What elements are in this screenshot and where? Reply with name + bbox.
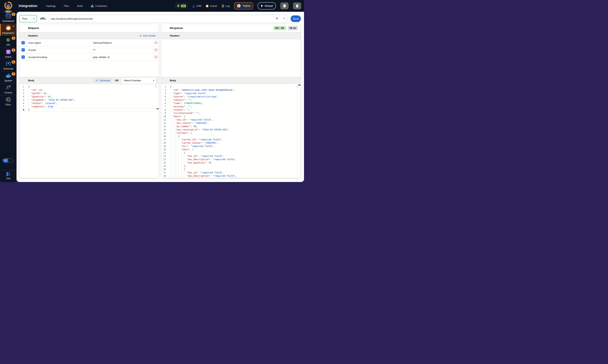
header-checkbox[interactable]: ✓ [22,48,25,52]
plus-icon: + [140,34,141,37]
gear-icon [177,4,180,7]
header-value[interactable]: TalismanPlatform [91,39,153,46]
header-value[interactable]: */* [91,46,153,53]
response-headers-bar: Headers [161,32,301,39]
docs-icon [0,97,16,102]
delete-button[interactable] [293,2,301,9]
stop-button[interactable] [280,2,289,9]
nav-link-build[interactable]: Build [77,5,83,7]
main-content: Post ▾ URL: ✕ ▾ Send Request Headers + A… [16,12,304,182]
dev-badge: DEV [181,5,186,7]
stop-icon [283,4,286,7]
sidebar-item-dashboard[interactable]: Dashboard 3 [0,12,16,24]
dev-mode-pill[interactable]: DEV [175,3,188,8]
sidebar-item-docs[interactable]: Docs [0,95,16,107]
header-checkbox[interactable]: ✓ [22,55,25,59]
reload-button[interactable]: Reload [258,2,276,10]
url-input-wrap: ✕ ▾ [48,15,288,23]
scrollbar-thumb[interactable] [298,85,301,86]
chevron-down-icon: ▾ [153,79,154,82]
flame-icon [237,4,241,8]
sidebar-item-integrations[interactable]: Integrations 49 [0,24,16,36]
app-logo[interactable]: dev [0,0,16,12]
sidebar-item-api[interactable]: API 4 [0,36,16,48]
generate-button[interactable]: Generate [93,78,112,83]
env-badge: dev [5,10,12,13]
sidebar-item-async[interactable]: Async 5 [0,48,16,59]
log-tool[interactable]: Log [222,4,230,8]
send-button[interactable]: Send [291,15,301,22]
sidebar: Dashboard 3 Integrations 49 API 4 [0,12,16,182]
header-row: ✓ Accept-Encoding gzip, deflate, br ✕ [19,53,159,61]
response-badges: 200 : OK 56 ms [273,26,298,30]
request-panel: Request Headers + Add Header ✓ User-Agen… [19,24,159,178]
url-history-chevron-icon[interactable]: ▾ [284,17,285,20]
sidebar-item-exit[interactable]: Exit [0,170,16,182]
sidebar-item-access[interactable]: Access [0,83,16,95]
select-example-dropdown[interactable]: Select Example ▾ [121,77,157,84]
log-icon [222,4,224,8]
jvm-tool[interactable]: JVM [192,4,201,8]
camel-icon [206,4,209,8]
clear-url-icon[interactable]: ✕ [276,17,278,20]
request-headers-bar: Headers + Add Header [19,32,159,39]
response-body-editor[interactable]: 1{2 "id": "bb9e4fc3-ba6c-4941-84a4-99186… [161,84,301,178]
nav-link-containers[interactable]: Containers [91,4,107,8]
access-icon [0,85,16,90]
navbar-right: DEV JVM Camel Log [175,2,304,10]
chevron-down-icon: ▾ [33,18,35,20]
nav-link-topology[interactable]: Topology [46,5,56,7]
add-header-button[interactable]: + Add Header [140,34,156,37]
lightning-icon [261,4,263,8]
header-name[interactable]: Accept-Encoding [27,53,91,61]
java-icon [192,4,195,8]
nav-link-files[interactable]: Files [64,5,69,7]
system-badge: 7 [12,72,15,76]
request-body-bar: Body Generate OR Select Example ▾ [19,77,159,84]
light-mode-icon: ☀ [3,159,8,162]
nav-links: Topology Files Build Containers [46,4,107,8]
magic-wand-icon [95,79,98,82]
schemas-badge: 8 [12,60,15,64]
or-label: OR [115,79,119,82]
delete-header-icon[interactable]: ✕ [154,55,158,59]
time-badge: 56 ms [288,26,298,30]
response-panel: Response 200 : OK 56 ms Headers Body 1{2… [161,24,301,178]
header-name[interactable]: Accept [27,46,91,53]
exit-door-icon [0,172,16,177]
header-checkbox[interactable]: ✓ [22,41,25,44]
response-body-bar: Body [161,77,301,84]
containers-icon [91,4,94,8]
url-label: URL: [40,17,47,20]
url-input[interactable] [48,15,288,23]
method-select[interactable]: Post ▾ [19,15,37,22]
dark-mode-icon: ☾ [8,159,13,162]
logo-icon [4,1,13,10]
method-value: Post [22,17,27,20]
integrations-badge: 49 [11,25,15,28]
trash-icon [296,4,299,8]
async-badge: 5 [12,48,15,52]
request-title: Request [19,24,159,32]
tryout-button[interactable]: TryOut [234,2,253,10]
header-value[interactable]: gzip, deflate, br [91,53,153,61]
page-title: Integration [19,4,37,8]
sidebar-item-system[interactable]: System 7 [0,71,16,83]
api-badge: 4 [12,37,15,40]
body-tools: Generate OR Select Example ▾ [93,77,157,84]
scrollbar-track[interactable] [298,84,298,178]
top-navbar: dev Integration Topology Files Build Con… [0,0,304,12]
camel-tool[interactable]: Camel [206,4,217,8]
delete-header-icon[interactable]: ✕ [154,48,158,52]
request-body-editor[interactable]: 1{2 "id": 87,3 "petId": 42,4 "quantity":… [19,84,159,178]
request-headers-table: ✓ User-Agent TalismanPlatform ✕ ✓ Accept… [19,39,159,61]
header-row: ✓ User-Agent TalismanPlatform ✕ [19,39,159,46]
theme-toggle[interactable]: ☀ ☾ [3,158,13,163]
header-name[interactable]: User-Agent [27,39,91,46]
sidebar-item-schemas[interactable]: Schemas 8 [0,59,16,71]
dashboard-badge: 3 [12,13,15,16]
header-row: ✓ Accept */* ✕ [19,46,159,53]
delete-header-icon[interactable]: ✕ [154,41,158,44]
status-badge: 200 : OK [273,26,286,30]
